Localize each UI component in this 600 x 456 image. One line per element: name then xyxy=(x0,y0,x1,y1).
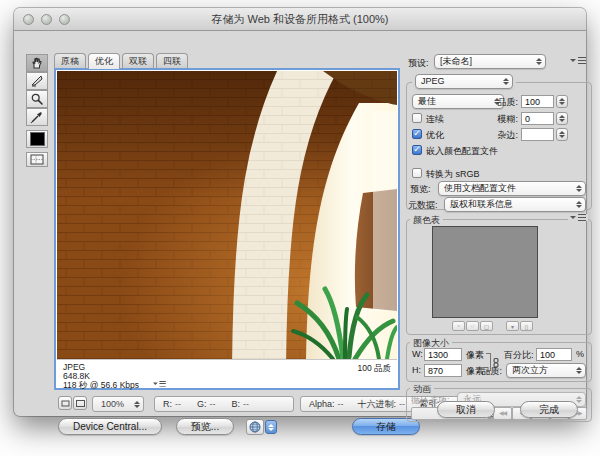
titlebar[interactable]: 存储为 Web 和设备所用格式 (100%) xyxy=(14,8,586,31)
convert-srgb-label: 转换为 sRGB xyxy=(426,168,480,181)
zoom-level-select[interactable]: 100% xyxy=(92,396,144,412)
hand-icon xyxy=(30,56,44,70)
width-field[interactable]: 1300 xyxy=(424,348,462,361)
resample-value: 两次立方 xyxy=(512,365,548,375)
hex-value: -- xyxy=(399,399,405,409)
zoom-in-button[interactable] xyxy=(73,396,87,410)
zoom-tool-button[interactable] xyxy=(26,90,48,108)
optimized-checkbox[interactable] xyxy=(412,129,422,139)
browser-select-stepper[interactable] xyxy=(265,420,277,434)
tab-original[interactable]: 原稿 xyxy=(54,53,86,69)
height-field[interactable]: 870 xyxy=(424,364,462,377)
hand-tool-button[interactable] xyxy=(26,54,48,72)
r-label: R: xyxy=(163,399,172,409)
slice-select-tool-button[interactable] xyxy=(26,72,48,90)
first-frame-button: ◀◀ xyxy=(493,407,512,420)
embed-profile-checkbox[interactable] xyxy=(412,145,422,155)
format-select-wrap: JPEG xyxy=(412,74,516,89)
r-value: -- xyxy=(175,399,181,409)
tab-4up[interactable]: 四联 xyxy=(156,53,188,69)
download-speed-menu-icon[interactable] xyxy=(153,381,166,387)
matte-stepper[interactable] xyxy=(556,128,568,141)
blur-stepper[interactable] xyxy=(556,112,568,125)
preview-image-brick-archway xyxy=(57,71,397,359)
metadata-label: 元数据: xyxy=(408,199,438,212)
new-color-button[interactable]: ▾ xyxy=(506,321,519,331)
snap-web-palette-button[interactable]: ▫ xyxy=(452,321,465,331)
map-transparency-button[interactable]: ◻ xyxy=(480,321,493,331)
current-color-black xyxy=(30,132,45,146)
window-title: 存储为 Web 和设备所用格式 (100%) xyxy=(14,12,586,27)
zoom-level-value: 100% xyxy=(101,399,124,409)
eyedropper-color-swatch[interactable] xyxy=(26,130,48,148)
progressive-label: 连续 xyxy=(426,113,444,126)
metadata-value: 版权和联系信息 xyxy=(450,199,513,209)
percent-label: 百分比: xyxy=(504,349,534,362)
zoom-stepper-icon xyxy=(134,397,140,411)
eyedropper-icon xyxy=(30,110,44,124)
preview-profile-label: 预览: xyxy=(410,183,431,196)
matte-field[interactable] xyxy=(521,128,554,141)
dialog-content: 原稿 优化 双联 四联 xyxy=(14,30,586,416)
tab-optimized[interactable]: 优化 xyxy=(88,53,120,69)
preset-panel-menu-icon[interactable] xyxy=(570,57,586,64)
done-button[interactable]: 完成 xyxy=(520,401,578,418)
delete-color-button[interactable]: ▯ xyxy=(520,321,533,331)
hex-label: 十六进制: xyxy=(358,398,397,411)
quality-readout: 100 品质 xyxy=(357,363,391,375)
format-value: JPEG xyxy=(421,76,445,86)
alpha-value: -- xyxy=(338,399,344,409)
save-for-web-dialog: 存储为 Web 和设备所用格式 (100%) 原稿 优化 双联 四联 xyxy=(14,8,586,416)
width-label: W: xyxy=(412,349,423,359)
width-unit: 像素 xyxy=(466,349,484,362)
metadata-select[interactable]: 版权和联系信息 xyxy=(444,197,586,212)
embed-profile-label: 嵌入颜色配置文件 xyxy=(426,145,498,158)
optimize-info-bar: JPEG 648.8K 118 秒 @ 56.6 Kbps 100 品质 xyxy=(57,359,397,387)
zoom-out-icon xyxy=(61,399,70,408)
convert-srgb-checkbox[interactable] xyxy=(412,168,422,178)
quality-field[interactable]: 100 xyxy=(521,95,554,108)
progressive-checkbox[interactable] xyxy=(412,113,422,123)
resample-select[interactable]: 两次立方 xyxy=(506,363,586,378)
color-table-menu-icon[interactable] xyxy=(568,214,588,221)
preview-profile-select[interactable]: 使用文档配置文件 xyxy=(438,181,586,196)
preview-in-browser-button[interactable]: 预览... xyxy=(176,418,234,435)
zoom-in-icon xyxy=(76,399,85,408)
zoom-out-button[interactable] xyxy=(58,396,72,410)
preset-label: 预设: xyxy=(408,57,429,70)
magnifier-icon xyxy=(30,92,44,106)
eyedropper-tool-button[interactable] xyxy=(26,108,48,126)
toggle-slices-visibility-button[interactable] xyxy=(26,152,48,167)
g-label: G: xyxy=(197,399,207,409)
cancel-button[interactable]: 取消 xyxy=(437,401,495,418)
rgb-readout-box: R:-- G:-- B:-- xyxy=(154,396,294,412)
download-time-readout: 118 秒 @ 56.6 Kbps xyxy=(63,380,139,392)
preset-value: [未命名] xyxy=(440,56,472,66)
height-label: H: xyxy=(412,365,421,375)
g-value: -- xyxy=(210,399,216,409)
format-select[interactable]: JPEG xyxy=(415,74,513,89)
preview-profile-value: 使用文档配置文件 xyxy=(444,183,516,193)
lock-color-button[interactable]: ◌ xyxy=(466,321,479,331)
resample-label: 品质: xyxy=(474,365,502,378)
view-tabs: 原稿 优化 双联 四联 xyxy=(54,53,190,69)
color-table-swatches-area[interactable] xyxy=(432,226,538,318)
quality-label: 品质: xyxy=(476,96,518,109)
optimized-label: 优化 xyxy=(426,129,444,142)
tab-2up[interactable]: 双联 xyxy=(122,53,154,69)
optimized-preview-pane[interactable]: JPEG 648.8K 118 秒 @ 56.6 Kbps 100 品质 xyxy=(54,68,400,390)
quality-stepper[interactable] xyxy=(556,95,568,108)
percent-field[interactable]: 100 xyxy=(536,348,572,361)
slices-visibility-icon xyxy=(30,154,44,165)
preset-select[interactable]: [未命名] xyxy=(434,54,546,69)
matte-label: 杂边: xyxy=(476,129,518,142)
b-label: B: xyxy=(232,399,241,409)
percent-unit: % xyxy=(576,349,584,359)
slice-select-icon xyxy=(30,74,44,88)
alpha-label: Alpha: xyxy=(309,399,335,409)
device-central-button[interactable]: Device Central... xyxy=(58,418,162,435)
globe-icon xyxy=(249,421,261,433)
compression-value: 最佳 xyxy=(418,96,436,106)
browser-preview-select-button[interactable] xyxy=(246,419,264,435)
blur-field[interactable]: 0 xyxy=(521,112,554,125)
